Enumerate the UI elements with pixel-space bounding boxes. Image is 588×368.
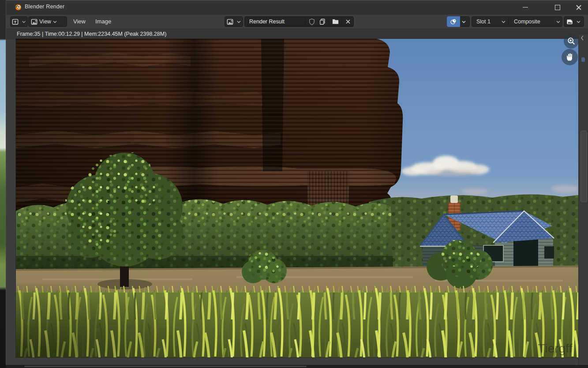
chevron-down-icon	[502, 20, 506, 23]
chevron-down-icon	[22, 20, 26, 23]
watermark: Tiergff	[538, 342, 573, 356]
scrollbar[interactable]	[581, 131, 587, 202]
chimney-pot	[450, 195, 458, 203]
foreground-grass	[16, 284, 579, 357]
divider	[329, 18, 329, 25]
chevron-down-icon	[237, 20, 241, 23]
slot-pass-group: Slot 1 Composite	[472, 16, 562, 27]
window-title: Blender Render	[25, 4, 64, 10]
chevron-down-icon	[556, 20, 560, 23]
minimize-button[interactable]	[516, 0, 535, 14]
copy-icon	[319, 18, 326, 25]
divider	[508, 18, 509, 25]
image-datablock-bar: Render Result	[244, 16, 354, 27]
editor-type-dropdown[interactable]	[10, 16, 28, 27]
zoom-in-button[interactable]	[564, 34, 579, 49]
folder-icon	[332, 18, 339, 25]
image-channels-icon	[564, 18, 575, 26]
display-channels-dropdown[interactable]	[564, 16, 584, 27]
render-stats: Frame:35 | Time:00:12.29 | Mem:2234.45M …	[17, 31, 166, 37]
chevron-down-icon	[577, 20, 581, 23]
image-icon	[29, 18, 39, 26]
zoom-in-icon	[567, 37, 576, 45]
chevron-down-icon	[53, 20, 57, 23]
pan-button[interactable]	[562, 49, 578, 65]
shield-icon	[308, 18, 315, 25]
close-icon	[345, 19, 351, 25]
maximize-icon	[555, 5, 560, 10]
divider	[341, 18, 342, 25]
menu-view[interactable]: View	[70, 15, 89, 29]
maximize-button[interactable]	[548, 0, 567, 14]
new-image-button[interactable]	[317, 18, 328, 25]
render-info-bar: Frame:35 | Time:00:12.29 | Mem:2234.45M …	[6, 29, 588, 39]
mode-dropdown[interactable]: View	[28, 16, 67, 27]
pass-label: Composite	[509, 19, 554, 25]
right-panel-edge	[578, 34, 588, 365]
render-slot-dropdown[interactable]: Slot 1	[472, 19, 507, 25]
render-display-icon	[447, 16, 460, 27]
image-editor-icon	[11, 18, 20, 26]
menu-image[interactable]: Image	[92, 15, 115, 29]
panel-icon-hint	[581, 57, 585, 62]
image-browse-dropdown[interactable]	[225, 16, 243, 27]
fake-user-button[interactable]	[307, 18, 317, 25]
open-image-button[interactable]	[330, 18, 341, 25]
title-bar[interactable]: Blender Render	[6, 0, 588, 14]
image-browse-icon	[225, 18, 235, 26]
hand-icon	[565, 53, 574, 62]
minimize-icon	[523, 7, 528, 8]
house-vent	[544, 246, 554, 259]
blender-render-window: Blender Render View View Image	[6, 0, 588, 365]
unlink-image-button[interactable]	[343, 19, 353, 25]
render-image	[16, 39, 579, 357]
image-editor-header: View View Image Render Result	[6, 14, 588, 29]
close-button[interactable]	[569, 0, 588, 14]
render-viewport[interactable]: Tiergff	[16, 39, 579, 357]
background-window-bottom	[6, 365, 588, 368]
background-window-sliver	[0, 0, 6, 368]
chevron-left-icon[interactable]	[581, 35, 584, 41]
mode-label: View	[39, 19, 51, 25]
chevron-down-icon	[462, 20, 466, 23]
slot-label: Slot 1	[472, 19, 500, 25]
divider	[305, 18, 306, 25]
close-icon	[576, 5, 581, 10]
render-display-dropdown[interactable]	[447, 16, 470, 27]
image-name-field[interactable]: Render Result	[245, 19, 304, 25]
render-pass-dropdown[interactable]: Composite	[509, 19, 562, 25]
blender-logo-icon	[15, 4, 22, 11]
background-window-edge	[24, 366, 307, 367]
